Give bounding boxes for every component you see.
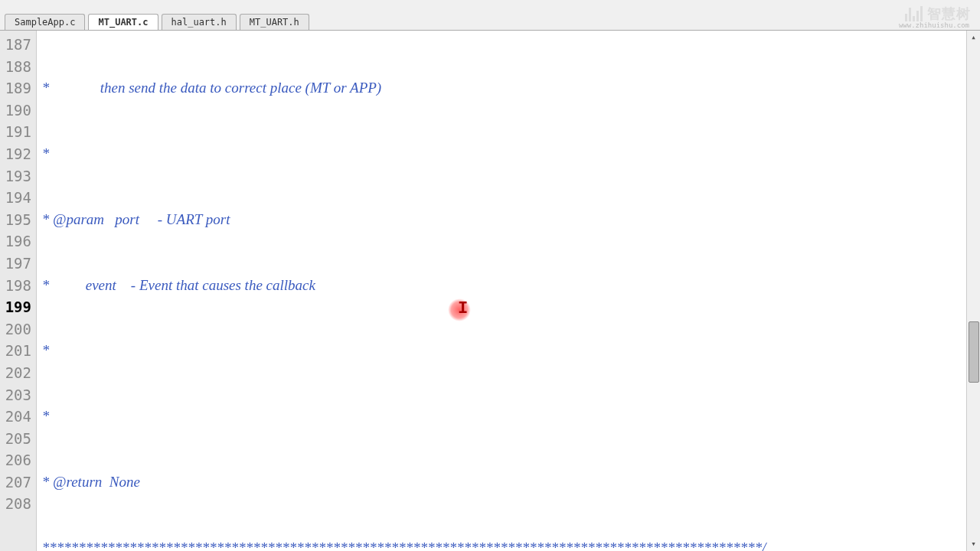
code-line: * (38, 143, 980, 165)
line-number: 195 (0, 209, 31, 231)
code-line: * then send the data to correct place (M… (38, 77, 980, 99)
line-number: 187 (0, 34, 31, 56)
tab-hal-uart-h[interactable]: hal_uart.h (162, 14, 237, 30)
line-number: 208 (0, 493, 31, 515)
text-cursor-icon: I (458, 298, 468, 321)
vertical-scrollbar[interactable]: ▴ ▾ (966, 31, 980, 551)
code-line: * @return None (38, 471, 980, 494)
line-number: 207 (0, 471, 31, 494)
line-number: 205 (0, 428, 31, 450)
tab-bar: SampleApp.c MT_UART.c hal_uart.h MT_UART… (0, 0, 980, 31)
scroll-up-icon[interactable]: ▴ (967, 31, 980, 44)
code-editor[interactable]: 1871881891901911921931941951961971981992… (0, 31, 980, 551)
line-number: 203 (0, 384, 31, 406)
line-number: 192 (0, 143, 31, 165)
watermark-subtext: www.zhihuishu.com (899, 21, 969, 29)
line-number: 194 (0, 187, 31, 209)
cursor-highlight-icon (448, 298, 471, 321)
tab-sampleapp[interactable]: SampleApp.c (5, 14, 85, 30)
line-number: 196 (0, 230, 31, 253)
line-number: 188 (0, 56, 31, 78)
code-line: ****************************************… (38, 537, 980, 551)
line-number: 189 (0, 77, 31, 99)
line-number: 202 (0, 362, 31, 384)
line-number-gutter: 1871881891901911921931941951961971981992… (0, 31, 37, 551)
line-number: 198 (0, 275, 31, 297)
line-number: 199 (0, 296, 31, 318)
watermark-bars-icon (905, 6, 923, 21)
line-number: 190 (0, 99, 31, 122)
tab-mt-uart-c[interactable]: MT_UART.c (88, 14, 158, 30)
code-area[interactable]: * then send the data to correct place (M… (37, 31, 980, 551)
watermark-logo: 智慧树 (905, 5, 971, 23)
line-number: 206 (0, 449, 31, 471)
watermark-text: 智慧树 (927, 5, 971, 23)
scroll-thumb[interactable] (969, 321, 979, 383)
line-number: 204 (0, 406, 31, 428)
line-number: 193 (0, 165, 31, 187)
line-number: 191 (0, 121, 31, 143)
code-line: * (38, 340, 980, 362)
line-number: 200 (0, 318, 31, 341)
code-line: * (38, 406, 980, 428)
tab-mt-uart-h[interactable]: MT_UART.h (240, 14, 309, 30)
scroll-down-icon[interactable]: ▾ (967, 537, 980, 551)
line-number: 197 (0, 253, 31, 275)
line-number: 201 (0, 340, 31, 362)
code-line: * @param port - UART port (38, 209, 980, 231)
code-line: * event - Event that causes the callback (38, 275, 980, 297)
